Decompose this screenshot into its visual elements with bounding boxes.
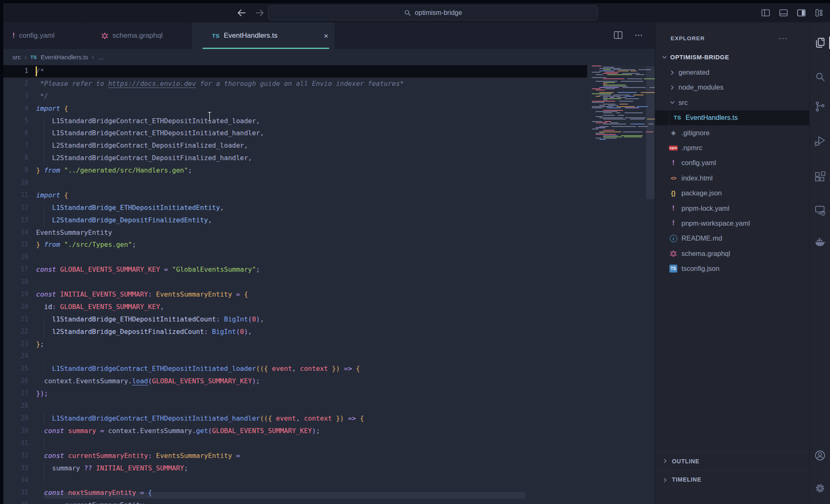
- file-item-EventHandlers.ts[interactable]: TSEventHandlers.ts: [655, 110, 809, 125]
- folder-item-generated[interactable]: generated: [655, 65, 809, 80]
- line-number: 11: [3, 189, 28, 202]
- file-item-config.yaml[interactable]: !config.yaml: [655, 156, 809, 170]
- file-item-package.json[interactable]: {}package.json: [655, 186, 809, 201]
- nav-forward-icon[interactable]: [254, 7, 266, 19]
- code-line[interactable]: 34: [3, 474, 587, 487]
- code-line[interactable]: 8 L2StandardBridgeContract_DepositFinali…: [3, 152, 587, 164]
- graphql-icon: [101, 32, 108, 39]
- code-line[interactable]: 3 */: [3, 90, 587, 102]
- code-editor[interactable]: 1/*2 *Please refer to https://docs.envio…: [3, 65, 655, 504]
- line-number: 9: [3, 164, 28, 177]
- code-line[interactable]: 11import {: [3, 189, 587, 202]
- file-item-README.md[interactable]: iREADME.md: [655, 231, 809, 246]
- run-and-debug-icon[interactable]: [814, 135, 826, 147]
- code-line[interactable]: 12 L1StandardBridge_ETHDepositInitiatedE…: [3, 202, 587, 214]
- code-line[interactable]: 19const INITIAL_EVENTS_SUMMARY: EventsSu…: [3, 288, 587, 301]
- breadcrumb-more[interactable]: …: [98, 54, 104, 61]
- line-number: 30: [3, 425, 28, 437]
- code-line[interactable]: 24: [3, 350, 587, 363]
- code-line[interactable]: 5 L1StandardBridgeContract_ETHDepositIni…: [3, 115, 587, 127]
- code-line[interactable]: 15} from "./src/Types.gen";: [3, 239, 587, 251]
- outline-section[interactable]: OUTLINE: [655, 451, 809, 470]
- file-item-.gitignore[interactable]: ◈.gitignore: [655, 125, 809, 140]
- code-line[interactable]: 31: [3, 437, 587, 450]
- extensions-icon[interactable]: [814, 171, 826, 183]
- code-line[interactable]: 25 L1StandardBridgeContract_ETHDepositIn…: [3, 363, 587, 375]
- outline-label: OUTLINE: [672, 458, 699, 465]
- toggle-panel-icon[interactable]: [779, 8, 788, 18]
- remote-explorer-icon[interactable]: [814, 204, 826, 217]
- explorer-more-icon[interactable]: ···: [779, 34, 788, 43]
- code-line[interactable]: 14EventsSummaryEntity: [3, 226, 587, 239]
- breadcrumb[interactable]: src › TS EventHandlers.ts › …: [3, 49, 655, 65]
- code-line[interactable]: 28: [3, 400, 587, 412]
- line-text: };: [36, 338, 44, 351]
- code-line[interactable]: 29 L1StandardBridgeContract_ETHDepositIn…: [3, 412, 587, 425]
- code-line[interactable]: 21 l1StandardBridge_ETHDepositInitiatedC…: [3, 313, 587, 326]
- line-number: 13: [3, 214, 28, 226]
- title-bar: optimism-bridge: [3, 3, 830, 22]
- settings-gear-icon[interactable]: [814, 482, 826, 494]
- code-line[interactable]: 20 id: GLOBAL_EVENTS_SUMMARY_KEY,: [3, 301, 587, 313]
- code-line[interactable]: 22 l2StandardBridge_DepositFinalizedCoun…: [3, 326, 587, 338]
- timeline-section[interactable]: TIMELINE: [655, 470, 809, 504]
- docker-icon[interactable]: [814, 236, 826, 248]
- code-line[interactable]: 10: [3, 177, 587, 189]
- code-line[interactable]: 13 L2StandardBridge_DepositFinalizedEnti…: [3, 214, 587, 226]
- code-line[interactable]: 9} from "../generated/src/Handlers.gen";: [3, 164, 587, 177]
- tab-EventHandlers.ts[interactable]: TSEventHandlers.ts×: [192, 22, 335, 49]
- folder-item-node_modules[interactable]: node_modules: [655, 80, 809, 95]
- code-line[interactable]: 6 L1StandardBridgeContract_ETHDepositIni…: [3, 127, 587, 139]
- code-line[interactable]: 2 *Please refer to https://docs.envio.de…: [3, 78, 587, 90]
- code-line[interactable]: 1/*: [3, 65, 587, 78]
- tab-config.yaml[interactable]: !config.yaml: [3, 22, 82, 49]
- code-line[interactable]: 17const GLOBAL_EVENTS_SUMMARY_KEY = "Glo…: [3, 263, 587, 276]
- code-line[interactable]: 30 const summary = context.EventsSummary…: [3, 425, 587, 437]
- code-line[interactable]: 4import {: [3, 102, 587, 115]
- code-line[interactable]: 27});: [3, 387, 587, 400]
- more-actions-icon[interactable]: [634, 31, 643, 40]
- line-number: 12: [3, 202, 28, 214]
- explorer-icon[interactable]: [814, 37, 826, 49]
- customize-layout-icon[interactable]: [814, 8, 824, 18]
- code-line[interactable]: 36 ...currentSummaryEntity,: [3, 499, 587, 504]
- file-item-pnpm-workspace.yaml[interactable]: !pnpm-workspace.yaml: [655, 216, 809, 231]
- chevron-right-icon: ›: [92, 54, 94, 61]
- file-item-.npmrc[interactable]: npm.npmrc: [655, 140, 809, 155]
- code-line[interactable]: 33 summary ?? INITIAL_EVENTS_SUMMARY;: [3, 462, 587, 475]
- folder-item-src[interactable]: src: [655, 95, 809, 110]
- horizontal-scrollbar[interactable]: [44, 492, 525, 499]
- account-icon[interactable]: [814, 449, 826, 462]
- nav-back-icon[interactable]: [236, 7, 247, 19]
- breadcrumb-folder[interactable]: src: [12, 54, 21, 61]
- line-text: const INITIAL_EVENTS_SUMMARY: EventsSumm…: [36, 288, 248, 301]
- code-line[interactable]: 23};: [3, 338, 587, 351]
- vertical-scrollbar[interactable]: [646, 66, 654, 199]
- code-line[interactable]: 7 L2StandardBridgeContract_DepositFinali…: [3, 139, 587, 152]
- line-number: 34: [3, 474, 28, 487]
- line-number: 28: [3, 400, 28, 412]
- file-item-index.html[interactable]: <>index.html: [655, 170, 809, 185]
- item-label: schema.graphql: [681, 250, 730, 258]
- file-tree: OPTIMISM-BRIDGEgeneratednode_modulessrcT…: [655, 50, 809, 276]
- breadcrumb-file[interactable]: EventHandlers.ts: [41, 54, 88, 61]
- code-line[interactable]: 16: [3, 251, 587, 263]
- command-center-search[interactable]: optimism-bridge: [268, 5, 598, 20]
- tree-root-optimism-bridge[interactable]: OPTIMISM-BRIDGE: [655, 50, 809, 65]
- toggle-primary-sidebar-icon[interactable]: [761, 8, 771, 18]
- file-item-pnpm-lock.yaml[interactable]: !pnpm-lock.yaml: [655, 201, 809, 216]
- tab-schema.graphql[interactable]: schema.graphql: [82, 22, 192, 49]
- line-text: L1StandardBridgeContract_ETHDepositIniti…: [36, 363, 360, 375]
- code-line[interactable]: 32 const currentSummaryEntity: EventsSum…: [3, 450, 587, 462]
- source-control-icon[interactable]: [814, 100, 826, 113]
- line-number: 4: [3, 102, 28, 115]
- minimap[interactable]: [590, 63, 644, 141]
- tab-close-icon[interactable]: ×: [324, 32, 328, 40]
- toggle-secondary-sidebar-icon[interactable]: [796, 8, 806, 18]
- split-editor-icon[interactable]: [613, 30, 623, 40]
- file-item-tsconfig.json[interactable]: TStsconfig.json: [655, 261, 809, 276]
- code-line[interactable]: 18: [3, 276, 587, 288]
- code-line[interactable]: 26 context.EventsSummary.load(GLOBAL_EVE…: [3, 375, 587, 387]
- search-icon[interactable]: [814, 71, 826, 83]
- file-item-schema.graphql[interactable]: schema.graphql: [655, 246, 809, 261]
